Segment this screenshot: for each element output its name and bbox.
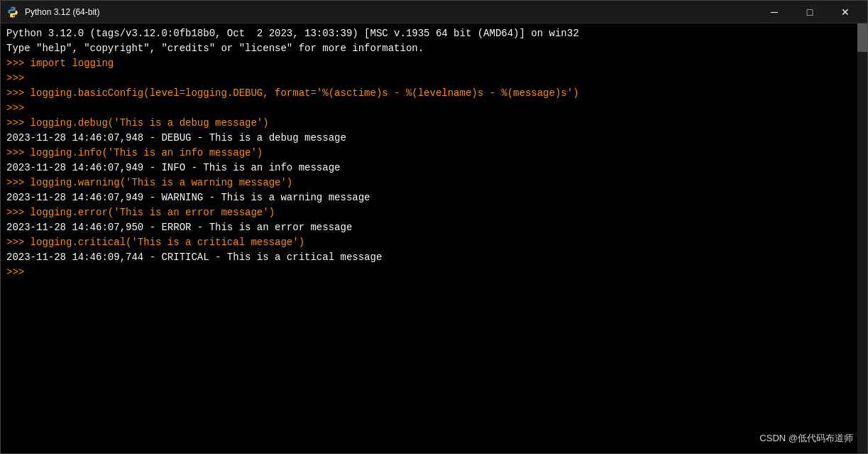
minimize-button[interactable]: ─	[758, 1, 791, 23]
terminal-line: 2023-11-28 14:46:07,949 - INFO - This is…	[6, 161, 862, 175]
terminal-line: 2023-11-28 14:46:09,744 - CRITICAL - Thi…	[6, 250, 862, 265]
maximize-button[interactable]: □	[793, 1, 826, 23]
terminal-line: Python 3.12.0 (tags/v3.12.0:0fb18b0, Oct…	[6, 26, 862, 41]
terminal-line: >>> logging.critical('This is a critical…	[6, 235, 862, 250]
watermark: CSDN @低代码布道师	[759, 432, 853, 445]
terminal-line: >>>	[6, 71, 862, 86]
title-bar-left: Python 3.12 (64-bit)	[6, 6, 99, 18]
terminal-line: 2023-11-28 14:46:07,950 - ERROR - This i…	[6, 220, 862, 235]
terminal-line: >>>	[6, 101, 862, 116]
scrollbar[interactable]	[857, 23, 867, 453]
terminal-line: 2023-11-28 14:46:07,948 - DEBUG - This i…	[6, 131, 862, 146]
terminal-line: Type "help", "copyright", "credits" or "…	[6, 41, 862, 56]
terminal-content: Python 3.12.0 (tags/v3.12.0:0fb18b0, Oct…	[6, 26, 862, 280]
python-shell-window: Python 3.12 (64-bit) ─ □ ✕ Python 3.12.0…	[0, 0, 868, 454]
python-icon	[6, 6, 19, 18]
terminal-line: >>>	[6, 265, 862, 280]
terminal-line: >>> logging.basicConfig(level=logging.DE…	[6, 86, 862, 101]
terminal-line: >>> logging.debug('This is a debug messa…	[6, 116, 862, 131]
terminal-line: >>> import logging	[6, 56, 862, 71]
scrollbar-thumb[interactable]	[857, 23, 867, 52]
window-title: Python 3.12 (64-bit)	[25, 7, 99, 17]
terminal-line: >>> logging.warning('This is a warning m…	[6, 175, 862, 190]
terminal-line: 2023-11-28 14:46:07,949 - WARNING - This…	[6, 190, 862, 205]
terminal-line: >>> logging.info('This is an info messag…	[6, 146, 862, 161]
title-bar-controls: ─ □ ✕	[758, 1, 862, 23]
terminal-line: >>> logging.error('This is an error mess…	[6, 205, 862, 220]
close-button[interactable]: ✕	[829, 1, 862, 23]
title-bar: Python 3.12 (64-bit) ─ □ ✕	[1, 1, 867, 23]
terminal-area[interactable]: Python 3.12.0 (tags/v3.12.0:0fb18b0, Oct…	[1, 23, 867, 453]
